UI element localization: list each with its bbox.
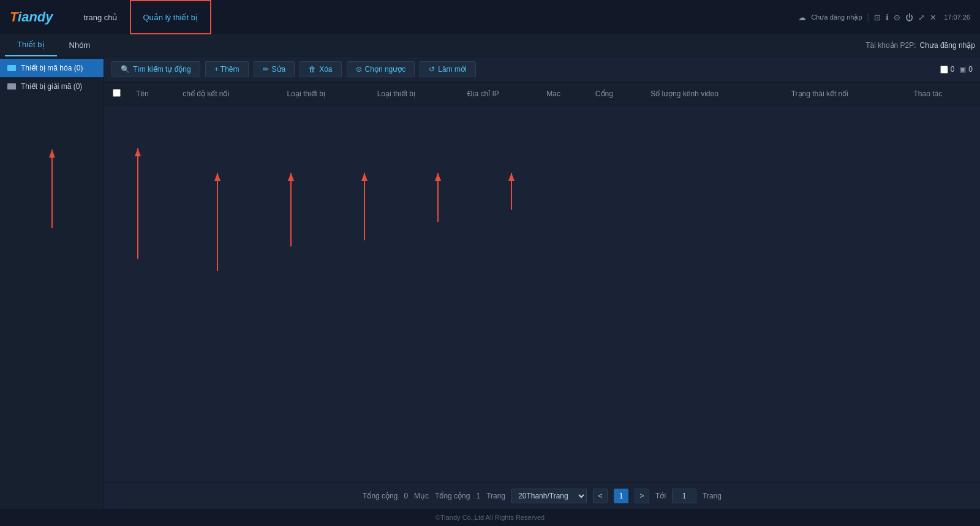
search-button[interactable]: 🔍 Tìm kiếm tự động <box>111 61 200 77</box>
table-header-row: Tên chế độ kết nối Loại thiết bị Loại th… <box>104 83 980 105</box>
monitor-icon[interactable]: ⊡ <box>874 13 881 22</box>
total-items-label: Tổng cộng <box>363 492 398 500</box>
per-page-select[interactable]: 20Thanh/Trang 50Thanh/Trang 100Thanh/Tra… <box>511 489 587 503</box>
page-label: Trang <box>703 492 722 500</box>
sidebar-item-encoded[interactable]: Thiết bị mã hóa (0) <box>0 59 104 77</box>
add-button[interactable]: + Thêm <box>205 61 249 77</box>
sidebar: Thiết bị mã hóa (0) Thiết bị giải mã (0) <box>0 56 104 509</box>
device-decoded-icon <box>7 83 16 90</box>
delete-icon: 🗑 <box>309 65 316 74</box>
tabbar: Thiết bị Nhóm Tài khoản P2P: Chưa đăng n… <box>0 34 980 56</box>
delete-button-label: Xóa <box>319 65 332 74</box>
header-icons: ☁ Chưa đăng nhập | ⊡ ℹ ⊙ ⏻ ⤢ ✕ <box>798 12 937 22</box>
settings-icon[interactable]: ⊙ <box>894 13 900 22</box>
items-unit: Mục <box>414 492 429 500</box>
edit-button-label: Sửa <box>272 65 286 74</box>
current-page-number: 1 <box>614 489 628 503</box>
header-checkbox-area: 0 ▣ 0 <box>940 65 973 74</box>
divider: | <box>867 12 870 22</box>
tab-group[interactable]: Nhóm <box>57 34 103 56</box>
refresh-button-label: Làm mới <box>438 65 466 74</box>
col-device-type2: Loại thiết bị <box>370 83 460 105</box>
goto-label: Tới <box>655 492 666 500</box>
info-icon[interactable]: ℹ <box>886 13 889 22</box>
logo-t: T <box>10 9 18 25</box>
col-port: Cổng <box>588 83 643 105</box>
invert-select-button[interactable]: ⊙ Chọn ngược <box>347 61 415 77</box>
search-icon: 🔍 <box>121 65 130 74</box>
col-connection-mode: chế độ kết nối <box>175 83 279 105</box>
select-all-checkbox[interactable] <box>940 66 948 74</box>
p2p-account: Tài khoản P2P: Chưa đăng nhập <box>865 41 975 50</box>
invert-select-label: Chọn ngược <box>365 65 406 74</box>
toolbar: 🔍 Tìm kiếm tự động + Thêm ✏ Sửa 🗑 Xóa ⊙ … <box>104 56 980 83</box>
checked-count-badge: 0 <box>940 65 955 74</box>
sidebar-item-decoded[interactable]: Thiết bị giải mã (0) <box>0 77 104 96</box>
invert-icon: ⊙ <box>356 65 362 74</box>
nav-home[interactable]: trang chủ <box>72 0 130 34</box>
col-device-type1: Loại thiết bị <box>280 83 370 105</box>
content: 🔍 Tìm kiếm tự động + Thêm ✏ Sửa 🗑 Xóa ⊙ … <box>104 56 980 509</box>
logo: Tiandy <box>10 9 53 25</box>
header-right: ☁ Chưa đăng nhập | ⊡ ℹ ⊙ ⏻ ⤢ ✕ 17:07:26 <box>798 12 970 22</box>
edit-button[interactable]: ✏ Sửa <box>254 61 295 77</box>
cloud-icon[interactable]: ☁ <box>798 13 806 22</box>
main: Thiết bị mã hóa (0) Thiết bị giải mã (0)… <box>0 56 980 509</box>
total-pages-count: 1 <box>476 492 480 500</box>
pages-unit: Trang <box>486 492 505 500</box>
edit-icon: ✏ <box>263 65 269 74</box>
close-icon[interactable]: ✕ <box>930 13 937 22</box>
device-table: Tên chế độ kết nối Loại thiết bị Loại th… <box>104 83 980 105</box>
expand-icon[interactable]: ⤢ <box>918 13 925 22</box>
prev-page-button[interactable]: < <box>593 489 608 503</box>
col-actions: Thao tác <box>906 83 980 105</box>
p2p-account-value: Chưa đăng nhập <box>920 41 975 50</box>
refresh-icon: ↺ <box>429 65 435 74</box>
nav-device-manage[interactable]: Quản lý thiết bị <box>130 0 211 34</box>
header-time: 17:07:26 <box>944 13 970 21</box>
header: Tiandy trang chủ Quản lý thiết bị ☁ Chưa… <box>0 0 980 34</box>
col-channel-count: Số lượng kênh video <box>643 83 784 105</box>
col-name: Tên <box>129 83 175 105</box>
copyright-text: ©Tiandy Co.,Ltd All Rights Reserved <box>435 514 545 521</box>
total-pages-label: Tổng cộng <box>435 492 470 500</box>
total-icon: ▣ <box>959 65 966 74</box>
table-container: Tên chế độ kết nối Loại thiết bị Loại th… <box>104 83 980 482</box>
logo-text: iandy <box>18 9 53 25</box>
col-ip: Địa chỉ IP <box>460 83 540 105</box>
power-icon[interactable]: ⏻ <box>905 13 913 22</box>
col-mac: Mac <box>539 83 588 105</box>
search-button-label: Tìm kiếm tự động <box>133 65 191 74</box>
col-connection-status: Trạng thái kết nối <box>784 83 907 105</box>
not-logged-in-label: Chưa đăng nhập <box>811 13 862 21</box>
next-page-button[interactable]: > <box>635 489 649 503</box>
delete-button[interactable]: 🗑 Xóa <box>300 61 341 77</box>
device-encoded-icon <box>7 65 16 71</box>
sidebar-item-encoded-label: Thiết bị mã hóa (0) <box>21 64 83 72</box>
total-items-count: 0 <box>404 492 408 500</box>
header-checkbox[interactable] <box>113 89 121 97</box>
goto-input[interactable] <box>672 489 696 503</box>
col-checkbox <box>104 83 129 105</box>
sidebar-item-decoded-label: Thiết bị giải mã (0) <box>21 82 82 91</box>
time-display: 17:07:26 <box>944 13 970 21</box>
add-button-label: + Thêm <box>214 65 239 74</box>
p2p-account-label: Tài khoản P2P: <box>865 41 916 50</box>
footer: ©Tiandy Co.,Ltd All Rights Reserved <box>0 509 980 526</box>
total-count: 0 <box>968 65 973 74</box>
tab-device[interactable]: Thiết bị <box>5 34 57 56</box>
refresh-button[interactable]: ↺ Làm mới <box>420 61 475 77</box>
checked-count: 0 <box>951 65 955 74</box>
total-count-badge: ▣ 0 <box>959 65 973 74</box>
pagination-bar: Tổng cộng 0 Mục Tổng cộng 1 Trang 20Than… <box>104 482 980 509</box>
